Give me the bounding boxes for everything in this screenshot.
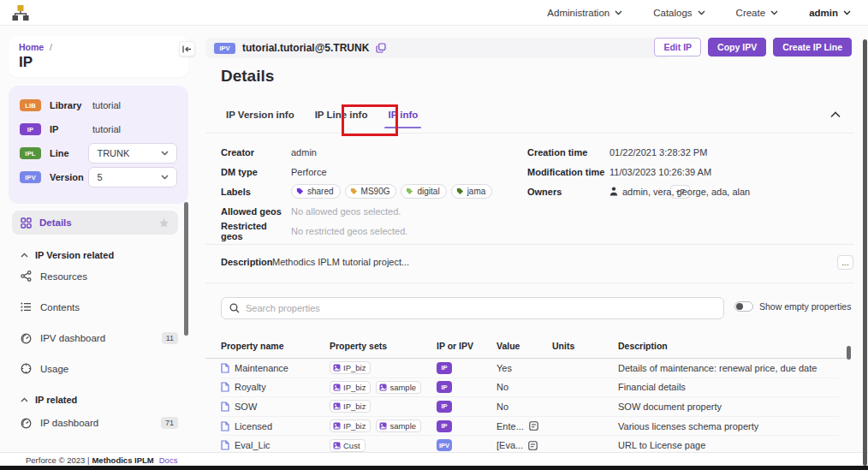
property-set-chip[interactable]: IP_biz [330,361,371,374]
line-select[interactable]: TRUNK [88,143,177,164]
details-heading: Details [221,67,274,86]
ip-badge: IP [20,123,41,135]
chevron-down-icon [698,10,705,15]
star-icon[interactable] [158,217,169,229]
field-modification-time: Modification time 11/03/2023 10:26:39 AM [527,162,844,181]
property-set-chip[interactable]: IP_biz [330,400,371,413]
info-fields-right: Creation time 01/22/2021 3:28:32 PM Modi… [527,142,844,201]
document-icon [221,440,229,450]
share-nodes-icon [21,271,32,282]
table-row[interactable]: Licensed IP_biz sample IP Ente... [221,417,839,437]
version-select[interactable]: 5 [88,167,177,187]
label-chips: shared MS90G digital jama [291,184,492,199]
owners-label: Owners [527,187,609,197]
create-ip-line-button[interactable]: Create IP Line [773,38,852,57]
chevron-up-icon [21,253,28,258]
table-row[interactable]: Royalty IP_biz sample IP No Financial de… [221,378,839,398]
tab-ip-info[interactable]: IP info [388,110,418,130]
ipv-badge: IPV [20,171,41,183]
chevron-down-icon [843,10,851,15]
form-value-icon[interactable] [529,421,538,431]
label-chip-text: jama [467,187,486,196]
property-value: Ente... [496,421,524,431]
property-description: SOW document property [618,402,722,412]
tab-bar: IP Version info IP Line info IP info [226,110,418,130]
menu-administration-label: Administration [547,8,609,18]
table-row[interactable]: Maintenance IP_biz IP Yes Details of mai… [221,359,839,378]
menu-create[interactable]: Create [736,8,779,18]
ip-label: IP [50,124,92,134]
property-set-chip[interactable]: IP_biz [330,381,371,394]
divider [205,283,854,283]
sidebar-collapse-button[interactable] [179,41,195,57]
field-owners: Owners admin, vera, george, ada, alan [527,181,844,201]
label-chip-ms90g[interactable]: MS90G [345,184,397,199]
sidebar-item-details[interactable]: Details [12,211,178,235]
section-ip-version-related[interactable]: IP Version related [21,250,114,260]
menu-catalogs[interactable]: Catalogs [653,8,705,18]
menu-administration[interactable]: Administration [547,8,622,18]
sitemap-logo-icon[interactable] [11,3,30,22]
label-chip-shared[interactable]: shared [291,184,341,199]
property-set-chip[interactable]: sample [376,419,421,432]
creator-label: Creator [221,147,291,158]
edit-ip-button[interactable]: Edit IP [654,38,701,57]
sidebar-item-contents[interactable]: Contents [21,301,178,312]
label-chip-text: digital [417,187,439,196]
sidebar-item-usage[interactable]: Usage [21,363,178,374]
menu-user-admin[interactable]: admin [809,8,851,18]
col-ip-or-ipv[interactable]: IP or IPV [437,341,496,357]
label-chip-jama[interactable]: jama [451,184,493,199]
col-units[interactable]: Units [552,341,618,357]
property-set-chip[interactable]: IP_biz [330,419,371,432]
property-set-chip[interactable]: Cust [330,439,366,452]
collapse-section-chevron[interactable] [830,110,841,120]
scope-badge: IP [437,362,452,374]
sidebar-item-ipv-dashboard[interactable]: IPV dashboard 11 [21,332,178,344]
copy-icon[interactable] [376,43,386,53]
page-scrollbar[interactable] [863,39,867,466]
col-property-sets[interactable]: Property sets [330,341,437,357]
description-more-button[interactable]: ... [837,255,853,270]
show-empty-properties-toggle-wrap[interactable]: Show empty properties [734,301,851,312]
sidebar-item-ip-dashboard[interactable]: IP dashboard 71 [21,417,178,429]
property-set-icon [333,442,341,449]
breadcrumb: Home / [19,42,178,52]
version-select-value: 5 [97,172,102,182]
copy-ipv-button[interactable]: Copy IPV [708,38,766,57]
field-dm-type: DM type Perforce [221,162,512,181]
col-property-name[interactable]: Property name [221,341,330,357]
ipv-badge: IPV [214,43,235,54]
table-row[interactable]: SOW IP_biz IP No SOW document property [221,397,839,417]
property-set-icon [379,422,387,430]
table-scrollbar[interactable] [847,346,851,360]
sidebar-item-resources[interactable]: Resources [21,271,178,282]
object-title: tutorial.tutorial@5.TRUNK [242,42,369,54]
property-set-chip[interactable]: sample [376,381,421,394]
toggle-label: Show empty properties [759,301,851,312]
document-icon [221,363,229,373]
restricted-geos-value: No restricted geos selected. [291,226,407,236]
sidebar-scrollbar[interactable] [184,202,188,336]
field-creator: Creator admin [221,142,512,162]
tab-ip-line-info[interactable]: IP Line info [315,110,368,130]
tab-ip-version-info[interactable]: IP Version info [226,110,294,130]
property-name: Eval_Lic [235,440,271,450]
property-value: No [496,402,508,412]
footer-docs-link[interactable]: Docs [159,455,178,465]
toggle-switch[interactable] [734,301,753,312]
form-value-icon[interactable] [528,441,538,450]
breadcrumb-home-link[interactable]: Home [19,42,44,52]
gauge-icon [21,363,32,374]
document-icon [221,421,229,431]
col-description[interactable]: Description [618,341,839,357]
label-chip-digital[interactable]: digital [401,184,446,199]
field-creation-time: Creation time 01/22/2021 3:28:32 PM [527,142,844,162]
ip-value: tutorial [92,124,121,134]
search-properties-box [221,297,724,319]
search-properties-input[interactable] [246,303,716,313]
main-content: IPV tutorial.tutorial@5.TRUNK Edit IP Co… [205,34,854,452]
collapse-left-icon [182,45,192,53]
col-value[interactable]: Value [496,341,552,357]
section-ip-related[interactable]: IP related [21,395,77,405]
